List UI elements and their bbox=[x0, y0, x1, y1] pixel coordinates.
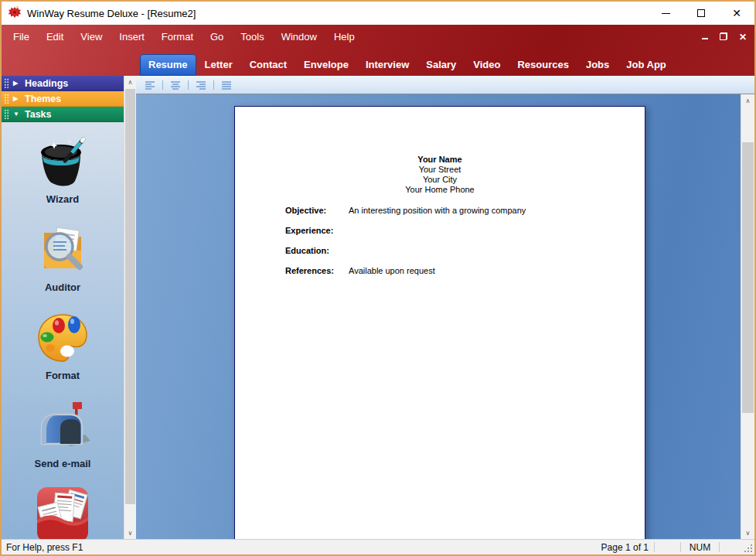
winway-logo-icon bbox=[8, 6, 22, 20]
row-value: An interesting position with a growing c… bbox=[349, 206, 526, 216]
align-justify-icon[interactable] bbox=[221, 80, 232, 90]
document-area: Your Name Your Street Your City Your Hom… bbox=[136, 94, 741, 539]
resume-row-references: References: Available upon request bbox=[285, 266, 645, 276]
align-left-icon[interactable] bbox=[145, 80, 155, 90]
align-right-icon[interactable] bbox=[196, 80, 206, 90]
doc-close-button[interactable]: ✕ bbox=[739, 29, 747, 43]
menu-tools[interactable]: Tools bbox=[232, 31, 272, 43]
num-lock-indicator: NUM bbox=[681, 542, 719, 553]
tab-jobs[interactable]: Jobs bbox=[577, 54, 618, 76]
sidebar-section-themes[interactable]: ▶ Themes bbox=[2, 91, 124, 107]
page-indicator: Page 1 of 1 bbox=[601, 542, 649, 553]
sidebar-section-headings[interactable]: ▶ Headings bbox=[2, 76, 124, 91]
close-button[interactable]: ✕ bbox=[719, 2, 754, 25]
toolbar-separator bbox=[188, 80, 189, 90]
resume-row-experience: Experience: bbox=[285, 226, 645, 236]
resize-grip[interactable] bbox=[743, 543, 753, 553]
resume-row-objective: Objective: An interesting position with … bbox=[285, 206, 645, 216]
resume-header: Your Name Your Street Your City Your Hom… bbox=[235, 155, 645, 195]
section-label: Headings bbox=[25, 78, 68, 89]
resume-sections: Objective: An interesting position with … bbox=[285, 206, 645, 276]
task-auditor[interactable]: Auditor bbox=[32, 220, 93, 293]
resume-page[interactable]: Your Name Your Street Your City Your Hom… bbox=[234, 106, 645, 539]
row-label: References: bbox=[285, 266, 349, 276]
tab-resources[interactable]: Resources bbox=[509, 54, 577, 76]
task-label: Wizard bbox=[46, 193, 80, 205]
minimize-icon bbox=[662, 13, 670, 14]
doc-restore-button[interactable] bbox=[720, 32, 727, 40]
task-label: Format bbox=[46, 370, 80, 381]
wizard-hat-icon bbox=[32, 131, 93, 192]
tab-job-app[interactable]: Job App bbox=[618, 54, 675, 76]
scroll-up-icon[interactable]: ∧ bbox=[124, 76, 136, 88]
menu-view[interactable]: View bbox=[72, 31, 111, 43]
task-label: Send e-mail bbox=[35, 458, 91, 469]
row-label: Objective: bbox=[285, 206, 349, 216]
menu-window[interactable]: Window bbox=[273, 31, 325, 43]
task-wizard[interactable]: Wizard bbox=[32, 131, 93, 205]
status-right-panels: Page 1 of 1 NUM bbox=[601, 542, 754, 553]
minimize-button[interactable] bbox=[648, 2, 683, 25]
tab-letter[interactable]: Letter bbox=[196, 54, 241, 76]
sidebar: ▶ Headings ▶ Themes ▼ Tasks bbox=[2, 76, 124, 539]
tasks-panel: Wizard bbox=[2, 122, 124, 539]
menu-format[interactable]: Format bbox=[153, 31, 202, 43]
scroll-down-icon[interactable]: ∨ bbox=[741, 527, 754, 539]
tab-envelope[interactable]: Envelope bbox=[295, 54, 357, 76]
document-row: Your Name Your Street Your City Your Hom… bbox=[136, 94, 754, 539]
tab-video[interactable]: Video bbox=[465, 54, 509, 76]
sidebar-section-tasks[interactable]: ▼ Tasks bbox=[2, 107, 124, 122]
formatting-toolbar bbox=[136, 76, 754, 94]
tab-salary[interactable]: Salary bbox=[417, 54, 465, 76]
menu-help[interactable]: Help bbox=[325, 31, 363, 43]
sidebar-scrollbar-track[interactable] bbox=[124, 88, 136, 527]
document-column: Your Name Your Street Your City Your Hom… bbox=[136, 76, 754, 539]
grip-dots-icon bbox=[4, 109, 9, 119]
section-label: Themes bbox=[25, 94, 61, 104]
sidebar-scrollbar[interactable]: ∧ ∨ bbox=[124, 76, 136, 539]
resume-row-education: Education: bbox=[285, 246, 645, 256]
main-area: ▶ Headings ▶ Themes ▼ Tasks bbox=[2, 76, 754, 539]
resume-city: Your City bbox=[235, 175, 645, 185]
doc-minimize-button[interactable] bbox=[702, 33, 708, 39]
doc-restore-icon bbox=[720, 32, 727, 40]
resume-phone: Your Home Phone bbox=[235, 185, 645, 195]
doc-minimize-icon bbox=[702, 38, 708, 39]
align-center-icon[interactable] bbox=[170, 80, 181, 90]
chevron-down-icon: ▼ bbox=[13, 111, 21, 118]
menu-go[interactable]: Go bbox=[202, 31, 232, 43]
tab-bar: Resume Letter Contact Envelope Interview… bbox=[2, 48, 754, 76]
menu-file[interactable]: File bbox=[5, 31, 38, 43]
scroll-down-icon[interactable]: ∨ bbox=[124, 527, 136, 539]
documents-pocket-icon bbox=[32, 484, 93, 539]
menu-edit[interactable]: Edit bbox=[38, 31, 72, 43]
scroll-up-icon[interactable]: ∧ bbox=[741, 94, 754, 107]
section-label: Tasks bbox=[25, 109, 52, 120]
menu-insert[interactable]: Insert bbox=[111, 31, 153, 43]
maximize-button[interactable] bbox=[683, 2, 719, 25]
close-icon: ✕ bbox=[732, 8, 741, 19]
status-help-text: For Help, press F1 bbox=[2, 542, 83, 553]
chevron-right-icon: ▶ bbox=[13, 95, 21, 102]
tab-resume[interactable]: Resume bbox=[140, 54, 196, 76]
resume-name: Your Name bbox=[235, 155, 645, 165]
document-scrollbar-thumb[interactable] bbox=[742, 142, 754, 413]
ribbon-area: File Edit View Insert Format Go Tools Wi… bbox=[2, 25, 754, 76]
row-value: Available upon request bbox=[349, 266, 435, 276]
window-controls: ✕ bbox=[648, 2, 754, 25]
document-scrollbar[interactable]: ∧ ∨ bbox=[741, 94, 754, 539]
doc-close-icon: ✕ bbox=[739, 32, 747, 43]
toolbar-separator bbox=[162, 80, 163, 90]
grip-dots-icon bbox=[4, 78, 9, 88]
document-scrollbar-track[interactable] bbox=[741, 107, 754, 527]
task-send-email[interactable]: Send e-mail bbox=[32, 396, 93, 469]
sidebar-scrollbar-thumb[interactable] bbox=[125, 89, 135, 504]
task-format[interactable]: Format bbox=[32, 308, 93, 381]
task-documents[interactable] bbox=[32, 484, 93, 539]
tab-interview[interactable]: Interview bbox=[357, 54, 417, 76]
status-bar: For Help, press F1 Page 1 of 1 NUM bbox=[2, 539, 754, 554]
tab-contact[interactable]: Contact bbox=[241, 54, 295, 76]
maximize-icon bbox=[697, 9, 705, 17]
resume-street: Your Street bbox=[235, 165, 645, 175]
format-palette-icon bbox=[32, 308, 93, 368]
